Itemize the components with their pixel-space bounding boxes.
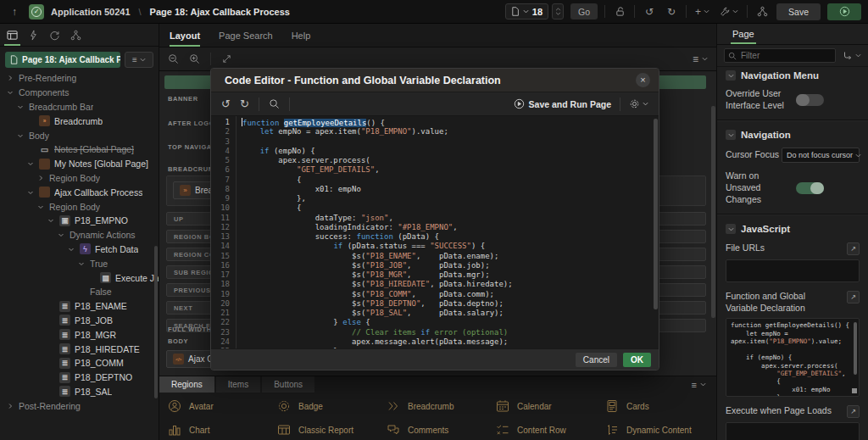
tree-item[interactable]: Dynamic Actions bbox=[0, 228, 159, 242]
gallery-tab-items[interactable]: Items bbox=[216, 376, 260, 393]
tree-item[interactable]: My Notes [Global Page] bbox=[0, 157, 159, 171]
code-line[interactable]: $s("P18_COMM", pData.comm); bbox=[242, 290, 659, 299]
code-line[interactable]: apex.server.process( bbox=[242, 156, 659, 165]
tree-item[interactable]: ▣P18_EMPNO bbox=[0, 214, 159, 228]
create-menu-button[interactable]: + bbox=[693, 4, 711, 19]
editor-scrollbar[interactable] bbox=[654, 119, 658, 309]
tree-item[interactable]: Region Body bbox=[0, 171, 159, 186]
cursor-focus-select[interactable]: Do not focus cursor bbox=[782, 148, 860, 163]
gallery-item[interactable]: Content Row bbox=[492, 418, 602, 440]
code-line[interactable]: $s("P18_SAL", pData.salary); bbox=[242, 309, 659, 318]
gallery-item[interactable]: Comments bbox=[383, 418, 492, 440]
tree-item[interactable]: ≣P18_MGR bbox=[0, 327, 159, 342]
layout-menu-button[interactable]: ≡ bbox=[693, 53, 708, 65]
tree-item[interactable]: ϟFetch Data bbox=[0, 242, 159, 257]
application-icon[interactable]: ✓ bbox=[29, 4, 44, 19]
canvas-scrollbar[interactable] bbox=[711, 106, 715, 318]
undo-icon[interactable]: ↺ bbox=[221, 98, 231, 109]
lock-icon[interactable] bbox=[612, 4, 627, 19]
code-line[interactable]: }, bbox=[242, 194, 659, 203]
code-line[interactable]: $s("P18_ENAME", pData.ename); bbox=[242, 252, 659, 261]
code-line[interactable]: $s("P18_JOB", pData.job); bbox=[242, 261, 659, 270]
open-editor-icon[interactable]: ↗ bbox=[847, 405, 860, 418]
undo-icon[interactable]: ↺ bbox=[642, 4, 657, 19]
tab-page-properties[interactable]: Page bbox=[731, 24, 756, 44]
code-line[interactable]: function getEmployeeDetails() { bbox=[242, 118, 659, 127]
code-line[interactable]: loadingIndicator: "#P18_EMPNO", bbox=[242, 223, 659, 232]
fn-decl-code-preview[interactable]: function getEmployeeDetails() { let empN… bbox=[726, 318, 860, 397]
tab-rendering[interactable] bbox=[2, 24, 23, 46]
code-line[interactable]: apex.message.alert(pData.message); bbox=[242, 337, 659, 347]
file-urls-textarea[interactable] bbox=[726, 259, 860, 282]
tab-processing[interactable] bbox=[44, 24, 65, 46]
code-line[interactable]: // Clear items if error (optional) bbox=[242, 328, 659, 337]
code-editor[interactable]: 1234567891011121314151617181920212223242… bbox=[211, 116, 659, 348]
tree-item[interactable]: ≣P18_SAL bbox=[0, 385, 159, 399]
redo-icon[interactable]: ↻ bbox=[664, 4, 679, 19]
close-icon[interactable]: × bbox=[636, 73, 650, 87]
gallery-item[interactable]: Badge bbox=[274, 394, 383, 418]
code-line[interactable]: success: function (pData) { bbox=[242, 232, 659, 242]
tree-item[interactable]: Pre-Rendering bbox=[0, 71, 159, 86]
tree-item[interactable]: ≣P18_JOB bbox=[0, 314, 159, 328]
page-selector[interactable]: 18 bbox=[505, 3, 548, 19]
tree-item[interactable]: ▤Execute Jav bbox=[0, 270, 159, 285]
code-line[interactable]: if (pData.status === "SUCCESS") { bbox=[242, 242, 659, 251]
code-line[interactable]: $s("P18_HIREDATE", pData.hiredate); bbox=[242, 280, 659, 289]
tree-item[interactable]: ▭Notes [Global Page] bbox=[0, 142, 159, 157]
code-line[interactable]: } else { bbox=[242, 318, 659, 327]
code-line[interactable]: { bbox=[242, 203, 659, 213]
section-navigation-menu[interactable]: Navigation Menu bbox=[726, 70, 860, 81]
code-line[interactable]: dataType: "json", bbox=[242, 214, 659, 223]
section-navigation[interactable]: Navigation bbox=[726, 130, 860, 140]
code-line[interactable] bbox=[242, 137, 659, 147]
tree-item[interactable]: ≣P18_ENAME bbox=[0, 299, 159, 314]
gallery-tab-regions[interactable]: Regions bbox=[159, 376, 214, 393]
page-number[interactable]: 18 bbox=[532, 7, 542, 17]
cancel-button[interactable]: Cancel bbox=[576, 353, 617, 367]
warn-toggle[interactable] bbox=[796, 182, 824, 194]
code-line[interactable]: $s("P18_DEPTNO", pData.deptno); bbox=[242, 299, 659, 309]
tree-item[interactable]: Body bbox=[0, 128, 159, 142]
tree-item[interactable]: False bbox=[0, 285, 159, 299]
save-and-run-button[interactable]: Save and Run Page bbox=[514, 98, 611, 109]
code-line[interactable]: let empNo = apex.item("P18_EMPNO").value… bbox=[242, 127, 659, 136]
tree-item[interactable]: ≣P18_DEPTNO bbox=[0, 370, 159, 385]
tree-item[interactable]: True bbox=[0, 256, 159, 270]
tree-item[interactable]: Region Body bbox=[0, 199, 159, 214]
code-line[interactable]: "GET_EMP_DETAILS", bbox=[242, 165, 659, 175]
filter-input[interactable] bbox=[724, 48, 836, 63]
gallery-item[interactable]: Cards bbox=[602, 394, 711, 418]
code-line[interactable]: $s("P18_MGR", pData.mgr); bbox=[242, 270, 659, 280]
tree-item[interactable]: ≣P18_COMM bbox=[0, 356, 159, 370]
breadcrumb-app[interactable]: Application 50241 bbox=[51, 7, 131, 17]
search-icon[interactable] bbox=[269, 98, 280, 109]
go-button[interactable]: Go bbox=[570, 3, 598, 19]
tab-dynamic-actions[interactable] bbox=[23, 24, 44, 46]
zoom-out-icon[interactable] bbox=[168, 53, 179, 64]
open-editor-icon[interactable]: ↗ bbox=[847, 291, 860, 304]
tab-page-search[interactable]: Page Search bbox=[219, 24, 273, 47]
gallery-menu-button[interactable]: ≡ bbox=[692, 376, 716, 393]
code-line[interactable]: } bbox=[242, 347, 659, 348]
ok-button[interactable]: OK bbox=[623, 353, 651, 367]
code-content[interactable]: function getEmployeeDetails() { let empN… bbox=[236, 116, 659, 348]
tree-item[interactable]: ≣P18_HIREDATE bbox=[0, 342, 159, 356]
code-line[interactable]: if (empNo) { bbox=[242, 147, 659, 156]
tree-item[interactable]: Components bbox=[0, 86, 159, 100]
gallery-item[interactable]: Avatar bbox=[164, 394, 274, 418]
open-editor-icon[interactable]: ↗ bbox=[847, 242, 860, 255]
execute-textarea[interactable] bbox=[726, 422, 860, 440]
save-button[interactable]: Save bbox=[776, 3, 821, 20]
go-to-group-button[interactable] bbox=[843, 51, 861, 61]
section-javascript[interactable]: JavaScript bbox=[726, 224, 860, 234]
dialog-header[interactable]: Code Editor - Function and Global Variab… bbox=[211, 69, 659, 92]
tree-item[interactable]: Breadcrumb Bar bbox=[0, 100, 159, 114]
gallery-item[interactable]: Calendar bbox=[492, 394, 602, 418]
gallery-item[interactable]: Breadcrumb bbox=[383, 394, 492, 418]
code-line[interactable]: x01: empNo bbox=[242, 185, 659, 194]
override-toggle[interactable] bbox=[796, 94, 824, 106]
tree-root-page[interactable]: Page 18: Ajax Callback Process bbox=[5, 52, 120, 68]
expand-icon[interactable] bbox=[221, 53, 232, 64]
tree-menu-button[interactable]: ≡ bbox=[125, 52, 153, 68]
